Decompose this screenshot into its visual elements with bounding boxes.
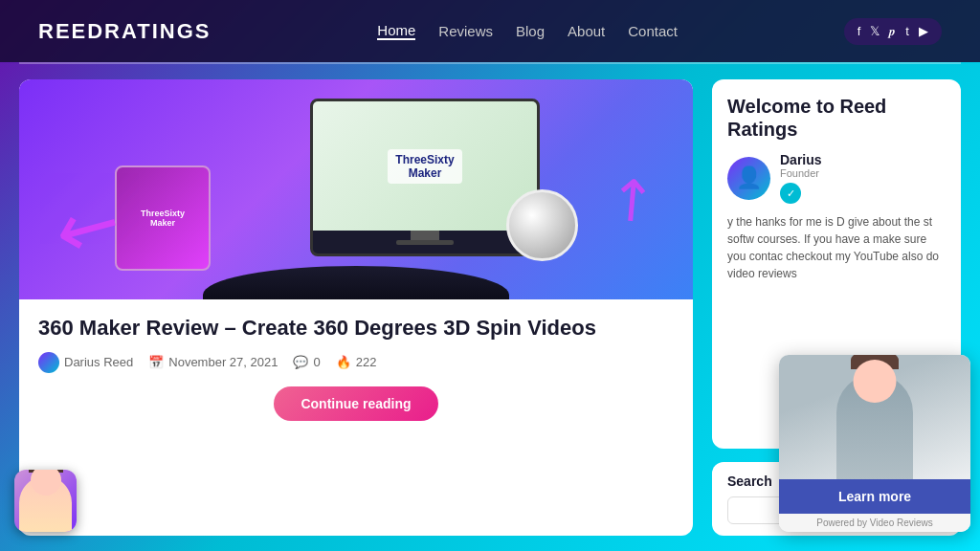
- author-role-label: Founder: [780, 167, 822, 179]
- person-head: [854, 360, 897, 403]
- video-preview: [779, 355, 970, 479]
- youtube-icon[interactable]: ▶: [919, 24, 928, 39]
- author-name: Darius Reed: [64, 355, 133, 369]
- meta-date: 📅 November 27, 2021: [148, 355, 278, 369]
- facebook-icon[interactable]: f: [858, 24, 861, 39]
- main-nav: Home Reviews Blog About Contact: [377, 22, 678, 40]
- monitor-mockup: [310, 99, 540, 256]
- author-name-label: Darius: [780, 152, 822, 167]
- monitor-screen: [313, 101, 537, 231]
- tumblr-icon[interactable]: t: [905, 24, 909, 39]
- meta-comments: 💬 0: [293, 355, 320, 369]
- article-meta: Darius Reed 📅 November 27, 2021 💬 0 🔥 22…: [38, 352, 674, 373]
- nav-about[interactable]: About: [568, 23, 605, 39]
- views-icon: 🔥: [336, 355, 351, 369]
- video-review-widget: Learn more Powered by Video Reviews: [779, 355, 970, 532]
- nav-contact[interactable]: Contact: [628, 23, 678, 39]
- site-logo[interactable]: ReedRatings: [38, 19, 212, 44]
- calendar-icon: 📅: [148, 355, 164, 369]
- author-avatar-small: [38, 352, 59, 373]
- article-date: November 27, 2021: [168, 355, 278, 369]
- nav-reviews[interactable]: Reviews: [438, 23, 493, 39]
- site-header: ReedRatings Home Reviews Blog About Cont…: [0, 0, 980, 62]
- meta-views: 🔥 222: [336, 355, 377, 369]
- meta-author: Darius Reed: [38, 352, 133, 373]
- powered-by-text: Powered by Video Reviews: [779, 514, 970, 532]
- continue-reading-button[interactable]: Continue reading: [274, 386, 437, 421]
- display-platform: [203, 266, 509, 299]
- author-info: Darius Founder ✓: [780, 152, 822, 204]
- person-silhouette: [836, 374, 913, 479]
- welcome-title: Welcome to Reed Ratings: [727, 95, 946, 141]
- corner-avatar-widget: [14, 470, 77, 532]
- monitor-stand: [411, 231, 439, 240]
- article-title: 360 Maker Review – Create 360 Degrees 3D…: [38, 315, 674, 342]
- monitor-base: [396, 240, 454, 245]
- nav-home[interactable]: Home: [377, 22, 415, 40]
- camera-ball: [506, 189, 578, 261]
- corner-person-figure: [19, 476, 72, 532]
- arrow-right-decoration: ↗: [590, 158, 670, 240]
- twitter-icon[interactable]: 𝕏: [870, 24, 880, 39]
- social-icons-bar: f 𝕏 𝒑 t ▶: [844, 18, 942, 45]
- video-person: [779, 355, 970, 479]
- comment-icon: 💬: [293, 355, 308, 369]
- article-image: ThreeSixtyMaker ↙ ↗: [19, 79, 693, 299]
- nav-blog[interactable]: Blog: [516, 23, 545, 39]
- author-row: 👤 Darius Founder ✓: [727, 152, 946, 204]
- welcome-description: y the hanks for me is D give about the s…: [727, 213, 946, 282]
- corner-head: [31, 470, 61, 496]
- article-card: ThreeSixtyMaker ↙ ↗ 360 Maker Review – C…: [19, 79, 693, 536]
- views-count: 222: [356, 355, 377, 369]
- comment-count: 0: [313, 355, 320, 369]
- article-content: 360 Maker Review – Create 360 Degrees 3D…: [19, 299, 693, 536]
- pinterest-icon[interactable]: 𝒑: [889, 24, 896, 39]
- author-badge: ✓: [780, 183, 801, 204]
- learn-more-button[interactable]: Learn more: [779, 479, 970, 514]
- author-avatar: 👤: [727, 157, 770, 200]
